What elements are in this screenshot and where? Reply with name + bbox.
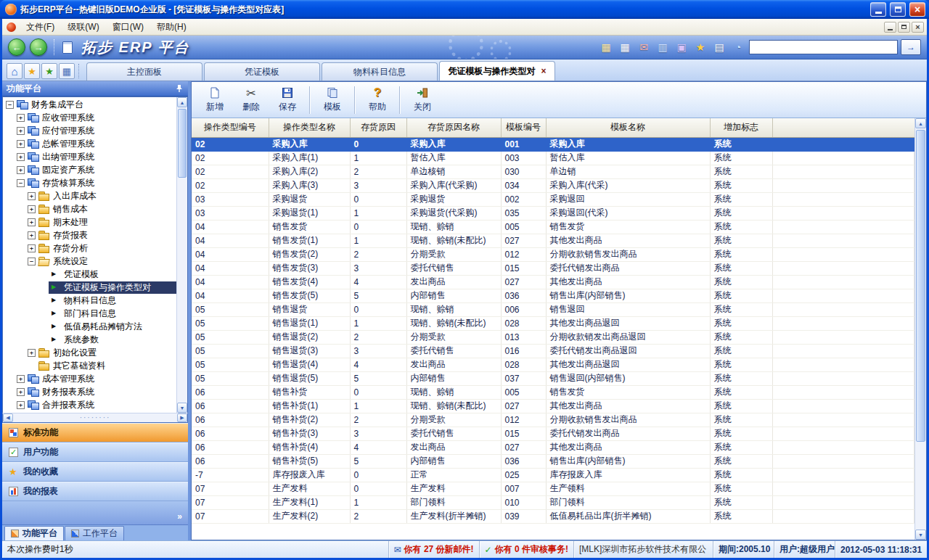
mail-icon[interactable]: ✉ xyxy=(636,40,652,54)
pin-icon[interactable] xyxy=(175,84,184,93)
tree-toggle-icon[interactable]: + xyxy=(17,114,25,122)
table-row[interactable]: 06销售补货(3)3委托代销售015委托代销发出商品系统 xyxy=(192,427,914,440)
tree-vertical-scrollbar[interactable]: ▲ ▼ xyxy=(176,97,187,413)
table-row[interactable]: 04销售发货(5)5内部销售036销售出库(内部销售)系统 xyxy=(192,289,914,302)
new-button[interactable]: 新增 xyxy=(197,84,232,116)
document-tab[interactable]: 凭证模板 xyxy=(204,62,320,81)
mdi-close-button[interactable]: × xyxy=(912,22,924,33)
table-row[interactable]: 03采购退货(1)1采购退货(代采购)035采购退回(代采)系统 xyxy=(192,206,914,220)
tree-item[interactable]: 物料科目信息 xyxy=(3,294,176,307)
sidebar-panel-my-reports[interactable]: 我的报表 xyxy=(2,482,188,501)
table-row[interactable]: 02采购入库(2)2单边核销030单边销系统 xyxy=(192,165,914,178)
sidebar-tab-work-platform[interactable]: 工作平台 xyxy=(65,526,124,540)
table-row[interactable]: 02采购入库0采购入库001采购入库系统 xyxy=(192,137,914,151)
chevron-more-icon[interactable]: » xyxy=(177,511,182,522)
scroll-down-icon[interactable]: ▼ xyxy=(915,530,926,540)
table-row[interactable]: 05销售退货(5)5内部销售037销售退回(内部销售)系统 xyxy=(192,371,914,385)
table-row[interactable]: 02采购入库(3)3采购入库(代采购)034采购入库(代采)系统 xyxy=(192,178,914,192)
back-button[interactable]: ← xyxy=(8,38,25,56)
table-row[interactable]: 05销售退货(1)1现销、赊销(未配比)028其他发出商品退回系统 xyxy=(192,316,914,330)
table-row[interactable]: 06销售补货(2)2分期受款012分期收款销售发出商品系统 xyxy=(192,413,914,427)
tree-item[interactable]: 凭证模板与操作类型对 xyxy=(3,281,176,294)
report-icon[interactable]: ▤ xyxy=(711,40,727,54)
table-row[interactable]: 05销售退货0现销、赊销006销售退回系统 xyxy=(192,302,914,316)
table-row[interactable]: 04销售发货0现销、赊销005销售发货系统 xyxy=(192,220,914,234)
tab-close-icon[interactable]: × xyxy=(541,66,546,76)
copy-icon[interactable]: ▣ xyxy=(674,40,689,54)
column-header[interactable]: 操作类型编号 xyxy=(192,118,269,137)
table-row[interactable]: 05销售退货(3)3委托代销售016委托代销发出商品退回系统 xyxy=(192,344,914,358)
tree-item[interactable]: +合并报表系统 xyxy=(3,398,176,411)
tree-item[interactable]: +期末处理 xyxy=(3,215,176,228)
table-row[interactable]: 05销售退货(4)4发出商品028其他发出商品退回系统 xyxy=(192,358,914,371)
tree-toggle-icon[interactable]: + xyxy=(17,140,25,148)
document-tab[interactable]: 凭证模板与操作类型对× xyxy=(439,61,555,81)
tree-item[interactable]: 系统参数 xyxy=(3,333,176,346)
clock-icon[interactable]: ◔ xyxy=(730,40,746,54)
table-row[interactable]: 04销售发货(4)4发出商品027其他发出商品系统 xyxy=(192,275,914,289)
tree-item[interactable]: 凭证模板 xyxy=(3,268,176,281)
tree-item[interactable]: +成本管理系统 xyxy=(3,372,176,385)
layout-icon[interactable]: ▦ xyxy=(59,63,75,79)
scroll-right-icon[interactable]: ▶ xyxy=(177,413,187,422)
tree-item[interactable]: +总帐管理系统 xyxy=(3,137,176,150)
table-row[interactable]: 03采购退货0采购退货002采购退回系统 xyxy=(192,192,914,206)
scroll-left-icon[interactable]: ◀ xyxy=(3,413,13,422)
sidebar-tab-function-platform[interactable]: 功能平台 xyxy=(4,526,64,540)
table-row[interactable]: 06销售补货(4)4发出商品027其他发出商品系统 xyxy=(192,440,914,454)
column-header[interactable]: 增加标志 xyxy=(710,118,772,137)
table-row[interactable]: 04销售发货(3)3委托代销售015委托代销发出商品系统 xyxy=(192,261,914,275)
tree-toggle-icon[interactable]: + xyxy=(17,153,25,161)
window-menu-icon[interactable] xyxy=(7,22,16,32)
tree-toggle-icon[interactable]: + xyxy=(28,349,36,357)
tree-toggle-icon[interactable]: − xyxy=(28,258,36,265)
tree-toggle-icon[interactable]: + xyxy=(28,218,36,226)
tree-toggle-icon[interactable]: + xyxy=(28,244,36,252)
restore-button[interactable] xyxy=(890,2,906,17)
table-row[interactable]: 06销售补货(5)5内部销售036销售出库(内部销售)系统 xyxy=(192,454,914,468)
tree-item[interactable]: +初始化设置 xyxy=(3,346,176,359)
menu-cascade[interactable]: 级联(W) xyxy=(62,20,105,35)
tree-item[interactable]: +出纳管理系统 xyxy=(3,150,176,163)
search-go-button[interactable]: → xyxy=(901,39,921,55)
column-header[interactable]: 模板名称 xyxy=(546,118,710,137)
column-header[interactable]: 存货原因名称 xyxy=(406,118,501,137)
minimize-button[interactable] xyxy=(870,2,886,17)
table-row[interactable]: 07生产发料(2)2生产发料(折半摊销)039低值易耗品出库(折半摊销)系统 xyxy=(192,509,914,523)
status-mail[interactable]: ✉ 你有 27 份新邮件! xyxy=(389,541,480,558)
menu-help[interactable]: 帮助(H) xyxy=(151,20,192,35)
menu-window[interactable]: 窗口(W) xyxy=(107,20,150,35)
table-row[interactable]: 04销售发货(1)1现销、赊销(未配比)027其他发出商品系统 xyxy=(192,234,914,247)
calendar-icon[interactable]: ▦ xyxy=(617,40,633,54)
orgchart-icon[interactable]: ▥ xyxy=(655,40,671,54)
scrollbar-thumb[interactable] xyxy=(916,130,925,442)
table-row[interactable]: -7库存报废入库0正常025库存报废入库系统 xyxy=(192,468,914,482)
table-row[interactable]: 02采购入库(1)1暂估入库003暂估入库系统 xyxy=(192,151,914,165)
column-header[interactable]: 存货原因 xyxy=(350,118,406,137)
tree-toggle-icon[interactable]: + xyxy=(17,127,25,135)
table-row[interactable]: 06销售补货0现销、赊销005销售发货系统 xyxy=(192,385,914,399)
forward-button[interactable]: → xyxy=(30,38,47,56)
table-row[interactable]: 07生产发料0生产发料007生产领料系统 xyxy=(192,482,914,495)
tree-item[interactable]: +存货报表 xyxy=(3,228,176,242)
splitter-grip[interactable]: ········ xyxy=(13,415,177,421)
scroll-up-icon[interactable]: ▲ xyxy=(177,97,187,107)
scroll-up-icon[interactable]: ▲ xyxy=(915,118,926,128)
mdi-restore-button[interactable] xyxy=(898,22,910,33)
table-row[interactable]: 05销售退货(2)2分期受款013分期收款销发出商品退回系统 xyxy=(192,330,914,344)
favorite-star-icon[interactable]: ★ xyxy=(24,63,40,79)
tree-toggle-icon[interactable]: + xyxy=(28,205,36,213)
close-button[interactable]: × xyxy=(909,2,925,17)
tree-toggle-icon[interactable]: − xyxy=(6,101,14,109)
document-tab[interactable]: 物料科目信息 xyxy=(322,62,438,81)
tree-item[interactable]: 部门科目信息 xyxy=(3,307,176,320)
mdi-minimize-button[interactable] xyxy=(884,22,896,33)
tree-item[interactable]: +财务报表系统 xyxy=(3,385,176,398)
scroll-down-icon[interactable]: ▼ xyxy=(177,403,187,413)
help-button[interactable]: ? 帮助 xyxy=(360,84,395,116)
tree-item[interactable]: 其它基础资料 xyxy=(3,359,176,372)
sidebar-panel-my-favorites[interactable]: ★ 我的收藏 xyxy=(2,462,188,482)
template-button[interactable]: 模板 xyxy=(315,84,350,116)
document-tab[interactable]: 主控面板 xyxy=(86,62,202,81)
sidebar-panel-user-functions[interactable]: ✓ 用户功能 xyxy=(2,442,188,462)
